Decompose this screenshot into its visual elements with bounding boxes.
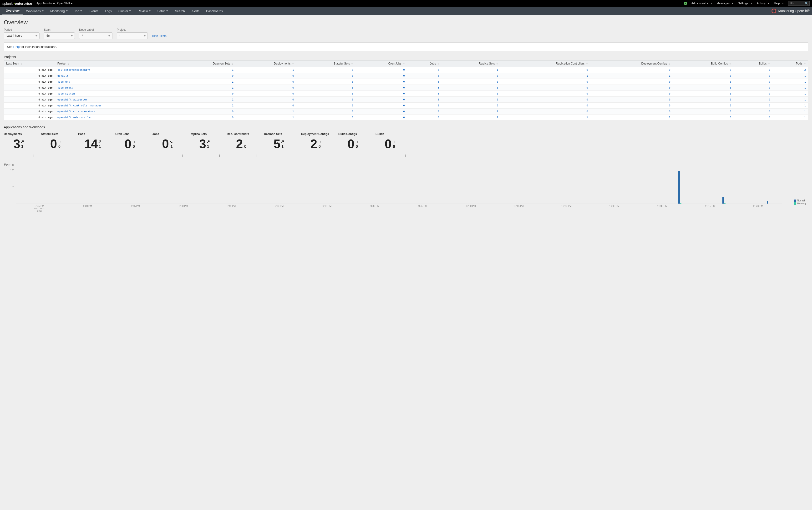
col-replica-sets[interactable]: Replica Sets ≑ [442, 60, 501, 67]
cell-value[interactable]: 0 [355, 79, 407, 85]
menu-messages[interactable]: Messages [717, 2, 734, 5]
project-link[interactable]: openshift-apiserver [57, 98, 87, 101]
cell-value[interactable]: 0 [590, 102, 673, 109]
project-link[interactable]: kube-proxy [57, 86, 73, 89]
cell-value[interactable]: 1 [236, 115, 296, 120]
nav-search[interactable]: Search [172, 7, 188, 15]
cell-value[interactable]: 0 [174, 91, 236, 97]
nav-events[interactable]: Events [86, 7, 102, 15]
chart-bar[interactable] [724, 203, 726, 204]
cell-value[interactable]: 1 [236, 109, 296, 115]
cell-value[interactable]: 0 [407, 73, 442, 79]
cell-value[interactable]: 0 [296, 102, 356, 109]
menu-activity[interactable]: Activity [756, 2, 770, 5]
cell-value[interactable]: 0 [442, 91, 501, 97]
app-switcher[interactable]: App: Monitoring OpenShift [36, 2, 73, 5]
project-link[interactable]: kube-dns [57, 80, 70, 83]
cell-value[interactable]: 0 [501, 79, 590, 85]
cell-value[interactable]: 0 [734, 73, 773, 79]
cell-value[interactable]: 1 [501, 73, 590, 79]
workload-card[interactable]: Rep. Controllers2→0 [227, 132, 257, 157]
cell-value[interactable]: 0 [734, 85, 773, 91]
nav-alerts[interactable]: Alerts [188, 7, 203, 15]
cell-value[interactable]: 0 [355, 85, 407, 91]
cell-value[interactable]: 1 [590, 115, 673, 120]
cell-value[interactable]: 0 [355, 109, 407, 115]
cell-value[interactable]: 1 [501, 115, 590, 120]
cell-value[interactable]: 0 [296, 85, 356, 91]
cell-value[interactable]: 0 [673, 102, 734, 109]
cell-value[interactable]: 1 [174, 67, 236, 73]
cell-value[interactable]: 1 [773, 109, 808, 115]
project-link[interactable]: openshift-core-operators [57, 110, 95, 113]
cell-value[interactable]: 0 [174, 109, 236, 115]
cell-value[interactable]: 0 [590, 79, 673, 85]
col-pods[interactable]: Pods ≑ [773, 60, 808, 67]
nav-logs[interactable]: Logs [102, 7, 115, 15]
cell-value[interactable]: 0 [236, 73, 296, 79]
cell-value[interactable]: 0 [296, 67, 356, 73]
col-project[interactable]: Project ≑ [55, 60, 174, 67]
cell-value[interactable]: 1 [773, 97, 808, 102]
project-link[interactable]: collectorforopenshift [57, 68, 90, 71]
cell-value[interactable]: 0 [296, 73, 356, 79]
cell-value[interactable]: 0 [501, 102, 590, 109]
search-icon[interactable]: 🔍 [805, 2, 808, 5]
cell-value[interactable]: 1 [773, 73, 808, 79]
cell-value[interactable]: 0 [501, 97, 590, 102]
cell-value[interactable]: 0 [407, 102, 442, 109]
cell-value[interactable]: 0 [296, 79, 356, 85]
cell-value[interactable]: 0 [355, 91, 407, 97]
workload-card[interactable]: Deployment Configs2→0 [301, 132, 331, 157]
cell-value[interactable]: 1 [773, 115, 808, 120]
menu-help[interactable]: Help [774, 2, 784, 5]
col-jobs[interactable]: Jobs ≑ [407, 60, 442, 67]
cell-value[interactable]: 1 [442, 67, 501, 73]
cell-value[interactable]: 0 [407, 97, 442, 102]
col-stateful-sets[interactable]: Stateful Sets ≑ [296, 60, 356, 67]
cell-value[interactable]: 0 [673, 67, 734, 73]
cell-value[interactable]: 0 [673, 97, 734, 102]
project-link[interactable]: kube-system [57, 92, 75, 95]
cell-value[interactable]: 0 [673, 73, 734, 79]
col-deployments[interactable]: Deployments ≑ [236, 60, 296, 67]
nav-monitoring[interactable]: Monitoring [47, 7, 71, 15]
cell-value[interactable]: 0 [236, 91, 296, 97]
nav-top[interactable]: Top [71, 7, 86, 15]
workload-card[interactable]: Cron Jobs0→0 [115, 132, 145, 157]
cell-value[interactable]: 0 [734, 115, 773, 120]
workload-card[interactable]: Jobs0↘-1 [152, 132, 182, 157]
cell-value[interactable]: 0 [442, 73, 501, 79]
cell-value[interactable]: 0 [296, 91, 356, 97]
cell-value[interactable]: 0 [501, 109, 590, 115]
cell-value[interactable]: 0 [236, 85, 296, 91]
cell-value[interactable]: 0 [174, 115, 236, 120]
cell-value[interactable]: 1 [174, 102, 236, 109]
help-link[interactable]: Help [13, 45, 20, 49]
span-dropdown[interactable]: 5m [44, 32, 75, 39]
nav-setup[interactable]: Setup [154, 7, 172, 15]
nav-cluster[interactable]: Cluster [115, 7, 135, 15]
workload-card[interactable]: Daemon Sets5↗1 [264, 132, 294, 157]
col-build-configs[interactable]: Build Configs ≑ [673, 60, 734, 67]
cell-value[interactable]: 2 [773, 67, 808, 73]
project-link[interactable]: default [57, 74, 68, 78]
workload-card[interactable]: Replica Sets3↗1 [190, 132, 220, 157]
cell-value[interactable]: 0 [407, 115, 442, 120]
workload-card[interactable]: Stateful Sets0→0 [41, 132, 71, 157]
cell-value[interactable]: 0 [590, 91, 673, 97]
cell-value[interactable]: 1 [590, 73, 673, 79]
cell-value[interactable]: 0 [355, 97, 407, 102]
nav-workloads[interactable]: Workloads [23, 7, 47, 15]
project-link[interactable]: openshift-web-console [57, 116, 90, 119]
cell-value[interactable]: 0 [407, 91, 442, 97]
info-icon[interactable]: i [684, 2, 687, 5]
col-replication-controllers[interactable]: Replication Controllers ≑ [501, 60, 590, 67]
cell-value[interactable]: 0 [590, 97, 673, 102]
cell-value[interactable]: 0 [442, 85, 501, 91]
col-last-seen[interactable]: Last Seen ≑ [4, 60, 55, 67]
cell-value[interactable]: 0 [590, 85, 673, 91]
cell-value[interactable]: 0 [174, 73, 236, 79]
cell-value[interactable]: 0 [407, 109, 442, 115]
cell-value[interactable]: 0 [673, 109, 734, 115]
